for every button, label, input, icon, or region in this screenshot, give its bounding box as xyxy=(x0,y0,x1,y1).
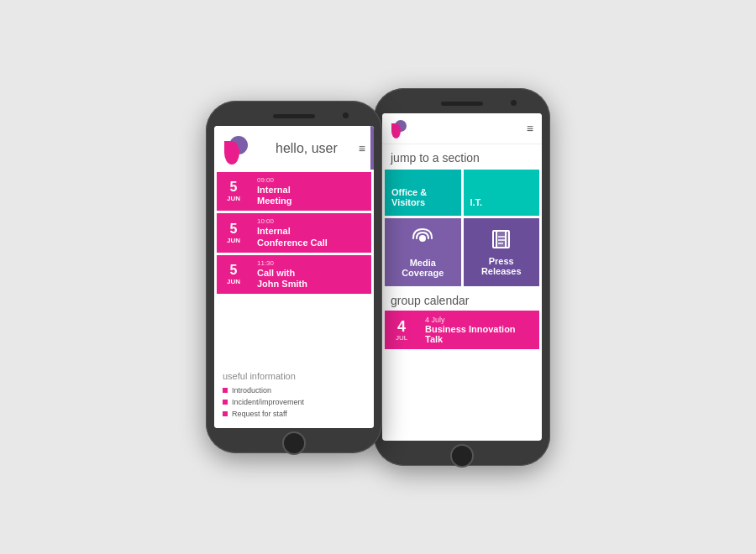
logo-left xyxy=(223,133,255,165)
cal-details: 4 July Business Innovation Talk xyxy=(418,311,539,349)
phone-right: ≡ jump to a section Office &Visitors I.T… xyxy=(374,88,550,466)
event-title-2: InternalConference Call xyxy=(257,226,365,248)
media-icon xyxy=(411,227,434,255)
svg-point-0 xyxy=(419,235,426,242)
tile-label-press: PressReleases xyxy=(481,256,522,276)
phone-top-bar-right xyxy=(382,97,542,110)
bullet-1 xyxy=(223,388,228,393)
calendar-event[interactable]: 4 JUL 4 July Business Innovation Talk xyxy=(385,311,539,349)
event-details-3: 11:30 Call withJohn Smith xyxy=(250,255,371,294)
tile-it[interactable]: I.T. xyxy=(464,170,540,216)
bullet-2 xyxy=(223,400,228,405)
info-item-2[interactable]: Incident/improvement xyxy=(223,398,365,406)
section-title: jump to a section xyxy=(382,144,542,170)
event-details-2: 10:00 InternalConference Call xyxy=(250,213,371,252)
speaker-left xyxy=(273,114,315,118)
event-date-3: 5 JUN xyxy=(217,255,250,294)
tile-label-media: MediaCoverage xyxy=(402,258,444,278)
press-icon xyxy=(491,228,512,253)
blob-pink-left xyxy=(224,141,239,165)
info-item-3[interactable]: Request for staff xyxy=(223,410,365,418)
purple-accent-bar xyxy=(370,126,374,170)
logo-right xyxy=(391,118,411,138)
tile-label-office: Office &Visitors xyxy=(391,187,427,207)
event-details-1: 09:00 InternalMeeting xyxy=(250,172,371,211)
event-item-3[interactable]: 5 JUN 11:30 Call withJohn Smith xyxy=(217,255,371,294)
tiles-grid: Office &Visitors I.T. MediaCoverage xyxy=(382,170,542,289)
info-text-2: Incident/improvement xyxy=(232,398,304,406)
tile-press[interactable]: PressReleases xyxy=(464,218,540,286)
phone-top-bar-left xyxy=(214,109,374,123)
events-list: 5 JUN 09:00 InternalMeeting 5 JUN 10:00 xyxy=(214,170,374,364)
home-button-left[interactable] xyxy=(282,431,306,455)
info-item-1[interactable]: Introduction xyxy=(223,386,365,395)
camera-left xyxy=(343,112,349,118)
event-day-3: 5 xyxy=(230,264,238,277)
info-text-3: Request for staff xyxy=(232,410,287,418)
r-blob-pink xyxy=(391,123,401,138)
left-header: hello, user ≡ xyxy=(214,126,374,170)
event-title-1: InternalMeeting xyxy=(257,185,365,206)
event-title-3: Call withJohn Smith xyxy=(257,268,365,290)
camera-right xyxy=(511,100,517,106)
calendar-section-title: group calendar xyxy=(382,289,542,311)
hamburger-icon-right[interactable]: ≡ xyxy=(527,123,533,134)
event-item-1[interactable]: 5 JUN 09:00 InternalMeeting xyxy=(217,172,371,211)
event-month-2: JUN xyxy=(227,237,240,244)
tile-label-it: I.T. xyxy=(470,197,483,207)
hamburger-icon-left[interactable]: ≡ xyxy=(359,143,365,154)
event-time-3: 11:30 xyxy=(257,259,365,267)
cal-date: 4 JUL xyxy=(385,311,418,349)
cal-title: Business Innovation Talk xyxy=(425,324,533,344)
tile-media[interactable]: MediaCoverage xyxy=(385,218,461,286)
screen-right: ≡ jump to a section Office &Visitors I.T… xyxy=(382,113,542,441)
event-item-2[interactable]: 5 JUN 10:00 InternalConference Call xyxy=(217,213,371,252)
event-month-1: JUN xyxy=(227,195,240,202)
greeting-text: hello, user xyxy=(276,141,338,156)
phone-bottom-right xyxy=(382,444,542,468)
info-section: useful information Introduction Incident… xyxy=(214,364,374,428)
info-title: useful information xyxy=(223,371,365,381)
svg-rect-2 xyxy=(496,231,509,248)
cal-date-text: 4 July xyxy=(425,316,533,324)
phones-container: hello, user ≡ 5 JUN 09:00 InternalMeetin… xyxy=(206,88,550,466)
home-button-right[interactable] xyxy=(450,444,474,468)
event-time-2: 10:00 xyxy=(257,217,365,225)
event-date-1: 5 JUN xyxy=(217,172,250,211)
tile-office-visitors[interactable]: Office &Visitors xyxy=(385,170,461,216)
cal-day-num: 4 xyxy=(397,319,406,334)
phone-bottom-left xyxy=(214,431,374,455)
bullet-3 xyxy=(223,411,228,416)
event-date-2: 5 JUN xyxy=(217,213,250,252)
info-text-1: Introduction xyxy=(232,386,271,395)
event-day-1: 5 xyxy=(230,180,238,194)
right-header: ≡ xyxy=(382,113,542,144)
screen-left: hello, user ≡ 5 JUN 09:00 InternalMeetin… xyxy=(214,126,374,428)
cal-month: JUL xyxy=(396,334,407,342)
phone-left: hello, user ≡ 5 JUN 09:00 InternalMeetin… xyxy=(206,101,382,453)
event-time-1: 09:00 xyxy=(257,176,365,184)
speaker-right xyxy=(441,102,483,106)
event-day-2: 5 xyxy=(230,222,238,236)
event-month-3: JUN xyxy=(227,278,240,285)
